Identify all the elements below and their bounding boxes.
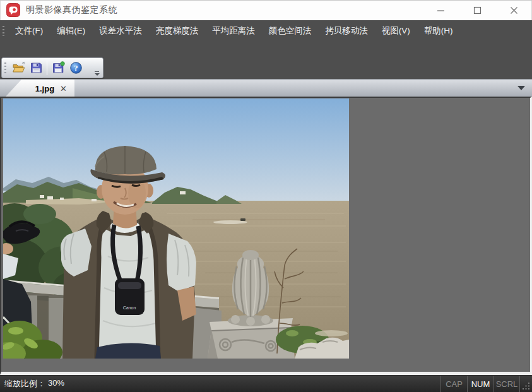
- document-tab-bar: 1.jpg ✕: [0, 79, 532, 97]
- menu-view[interactable]: 视图(V): [375, 20, 417, 42]
- tab-close-icon[interactable]: ✕: [60, 85, 67, 93]
- save-button[interactable]: [27, 59, 45, 77]
- tab-list-dropdown-icon[interactable]: [517, 86, 525, 90]
- window-controls: [422, 0, 532, 20]
- svg-text:?: ?: [74, 64, 78, 73]
- toolbar: ?: [1, 57, 103, 78]
- menu-edit[interactable]: 编辑(E): [50, 20, 92, 42]
- viewer-area: Canon: [0, 97, 532, 375]
- status-bar: 缩放比例： 30% CAP NUM SCRL: [0, 375, 532, 392]
- app-logo-icon: [6, 3, 20, 17]
- open-folder-icon: [12, 61, 25, 74]
- menu-bar: 文件(F) 编辑(E) 误差水平法 亮度梯度法 平均距离法 颜色空间法 拷贝移动…: [0, 20, 532, 42]
- menubar-grip-handle[interactable]: [3, 26, 4, 36]
- photo-image: Canon: [3, 98, 349, 359]
- camera-brand-text: Canon: [123, 306, 136, 310]
- window-title: 明景影像真伪鉴定系统: [26, 4, 117, 16]
- menu-luminance-gradient[interactable]: 亮度梯度法: [149, 20, 206, 42]
- zoom-label: 缩放比例：: [4, 378, 45, 389]
- keyboard-indicators: CAP NUM SCRL: [440, 376, 520, 392]
- tab-label: 1.jpg: [35, 84, 54, 93]
- zoom-status: 缩放比例： 30%: [4, 378, 64, 389]
- menu-error-level-analysis[interactable]: 误差水平法: [92, 20, 149, 42]
- chevron-down-icon: [95, 73, 100, 76]
- scroll-lock-indicator: SCRL: [494, 376, 520, 392]
- photo-canvas[interactable]: Canon: [3, 98, 349, 359]
- title-bar: 明景影像真伪鉴定系统: [0, 0, 532, 20]
- app-window: 明景影像真伪鉴定系统 文件(F) 编辑(E) 误差水平法 亮度梯度法 平均距离法…: [0, 0, 532, 392]
- maximize-button[interactable]: [459, 0, 495, 20]
- num-lock-indicator: NUM: [467, 376, 494, 392]
- resize-grip-handle[interactable]: [520, 376, 532, 392]
- menu-average-distance[interactable]: 平均距离法: [205, 20, 262, 42]
- save-as-button[interactable]: [49, 59, 67, 77]
- menu-file[interactable]: 文件(F): [8, 20, 50, 42]
- resize-grip-icon: [522, 382, 530, 390]
- open-file-button[interactable]: [9, 59, 27, 77]
- close-button[interactable]: [495, 0, 532, 20]
- tab-1jpg[interactable]: 1.jpg ✕: [5, 80, 74, 97]
- menu-color-space[interactable]: 颜色空间法: [262, 20, 319, 42]
- menu-help[interactable]: 帮助(H): [417, 20, 460, 42]
- toolbar-grip-handle[interactable]: [4, 62, 6, 74]
- toolbar-overflow-button[interactable]: [93, 64, 101, 76]
- zoom-value: 30%: [48, 378, 64, 389]
- toolbar-tray: ?: [0, 42, 532, 79]
- toolbar-separator: [47, 61, 47, 75]
- minimize-button[interactable]: [422, 0, 459, 20]
- help-button[interactable]: ?: [67, 59, 85, 77]
- menu-copy-move[interactable]: 拷贝移动法: [318, 20, 375, 42]
- help-icon: ?: [69, 61, 83, 74]
- save-icon: [30, 61, 43, 74]
- save-as-icon: [52, 61, 65, 74]
- caps-lock-indicator: CAP: [440, 376, 467, 392]
